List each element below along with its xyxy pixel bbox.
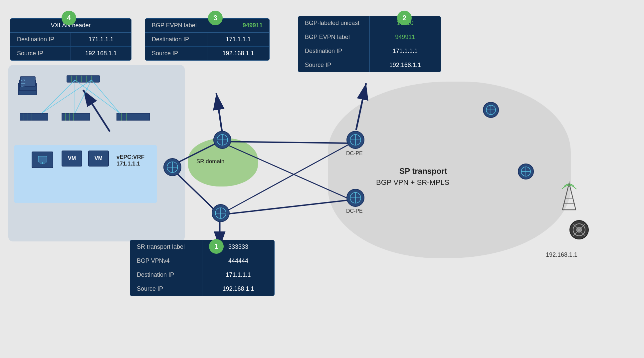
vepc-label: vEPC:VRF 171.1.1.1	[116, 154, 144, 167]
leaf-switch-2	[62, 113, 90, 122]
leaf-switch-3	[116, 113, 150, 122]
dc-pe-bottom-router	[346, 188, 365, 208]
table-evpn-src-value: 192.168.1.1	[207, 47, 269, 60]
gateway-router	[163, 158, 182, 178]
dc-pe-bottom-label: DC-PE	[346, 208, 363, 214]
sp-router-1	[483, 102, 499, 120]
sp-endpoint	[569, 220, 589, 241]
sp-transport-label1: SP transport	[399, 167, 447, 176]
dc-pe-top-label: DC-PE	[346, 151, 363, 157]
table-bgp-evpn: BGP EVPN label 949911 Destination IP 171…	[145, 18, 270, 61]
table-evpn-dest-value: 171.1.1.1	[207, 33, 269, 46]
svg-line-72	[569, 183, 576, 210]
spine-switch-1	[67, 74, 100, 85]
vm-icon-1	[32, 152, 53, 168]
antenna-tower	[559, 180, 579, 214]
table-evpn-header-label: BGP EVPN label	[152, 22, 197, 29]
table-evpn-row1: Destination IP 171.1.1.1	[145, 33, 269, 47]
dc-pe-top-router	[346, 131, 365, 151]
table-sr-bgp-value: 444444	[202, 254, 274, 268]
svg-line-71	[562, 183, 569, 210]
table-bgp-labeled-label: BGP-labeled unicast	[298, 16, 370, 30]
table-vxlan-row1: Destination IP 171.1.1.1	[10, 33, 131, 47]
table-bgp-row1: BGP-labeled unicast 16010	[298, 16, 441, 30]
svg-text:ACI: ACI	[21, 79, 25, 82]
aci-stack: ACI APIC ACL	[17, 73, 40, 101]
sr-router-top	[213, 131, 232, 151]
table-bgp-src-label: Source IP	[298, 58, 370, 72]
svg-rect-27	[62, 113, 90, 121]
table-vxlan-dest-value: 171.1.1.1	[71, 33, 131, 46]
table-bgp-labeled: BGP-labeled unicast 16010 BGP EVPN label…	[298, 16, 441, 72]
svg-text:APIC: APIC	[21, 83, 26, 85]
table-bgp-src-value: 192.168.1.1	[370, 58, 441, 72]
sp-transport-label2: BGP VPN + SR-MPLS	[376, 178, 449, 187]
table-evpn-row2: Source IP 192.168.1.1	[145, 47, 269, 60]
table-sr-row3: Destination IP 171.1.1.1	[130, 268, 274, 282]
table-sr-dest-label: Destination IP	[130, 268, 202, 282]
table-evpn-dest-label: Destination IP	[145, 33, 207, 46]
table-bgp-row4: Source IP 192.168.1.1	[298, 58, 441, 72]
svg-rect-40	[38, 156, 47, 162]
badge-2: 2	[397, 11, 412, 25]
svg-text:ACL: ACL	[21, 85, 25, 87]
table-vxlan-row2: Source IP 192.168.1.1	[10, 47, 131, 60]
table-bgp-row2: BGP EVPN label 949911	[298, 30, 441, 44]
table-sr-transport: SR transport label 333333 BGP VPNv4 4444…	[130, 240, 275, 296]
table-sr-label-label: SR transport label	[130, 240, 202, 254]
table-evpn-header-value: 949911	[243, 22, 263, 29]
table-vxlan-src-value: 192.168.1.1	[71, 47, 131, 60]
table-bgp-evpn-value: 949911	[370, 30, 441, 44]
table-sr-src-value: 192.168.1.1	[202, 282, 274, 296]
badge-3: 3	[208, 11, 223, 25]
leaf-switch-1	[20, 113, 48, 122]
table-bgp-row3: Destination IP 171.1.1.1	[298, 44, 441, 58]
svg-rect-23	[20, 113, 48, 121]
vm-box-2: VM	[88, 151, 109, 167]
table-vxlan-src-label: Source IP	[10, 47, 71, 60]
table-bgp-evpn-label: BGP EVPN label	[298, 30, 370, 44]
sp-router-2	[518, 163, 534, 181]
table-sr-dest-value: 171.1.1.1	[202, 268, 274, 282]
table-sr-bgp-label: BGP VPNv4	[130, 254, 202, 268]
sp-transport-area	[328, 82, 571, 258]
badge-1: 1	[209, 239, 224, 254]
table-bgp-dest-label: Destination IP	[298, 44, 370, 58]
table-sr-row1: SR transport label 333333	[130, 240, 274, 254]
table-sr-row2: BGP VPNv4 444444	[130, 254, 274, 268]
table-vxlan-dest-label: Destination IP	[10, 33, 71, 46]
table-bgp-dest-value: 171.1.1.1	[370, 44, 441, 58]
vm-box-1: VM	[62, 151, 82, 167]
sr-domain-label: SR domain	[196, 158, 224, 165]
sr-router-bottom	[211, 204, 230, 224]
badge-4: 4	[62, 11, 76, 25]
diagram-container: SR domain SP transport BGP VPN + SR-MPLS…	[0, 0, 644, 358]
table-sr-src-label: Source IP	[130, 282, 202, 296]
table-evpn-src-label: Source IP	[145, 47, 207, 60]
source-ip-label: 192.168.1.1	[546, 251, 577, 258]
table-sr-row4: Source IP 192.168.1.1	[130, 282, 274, 296]
